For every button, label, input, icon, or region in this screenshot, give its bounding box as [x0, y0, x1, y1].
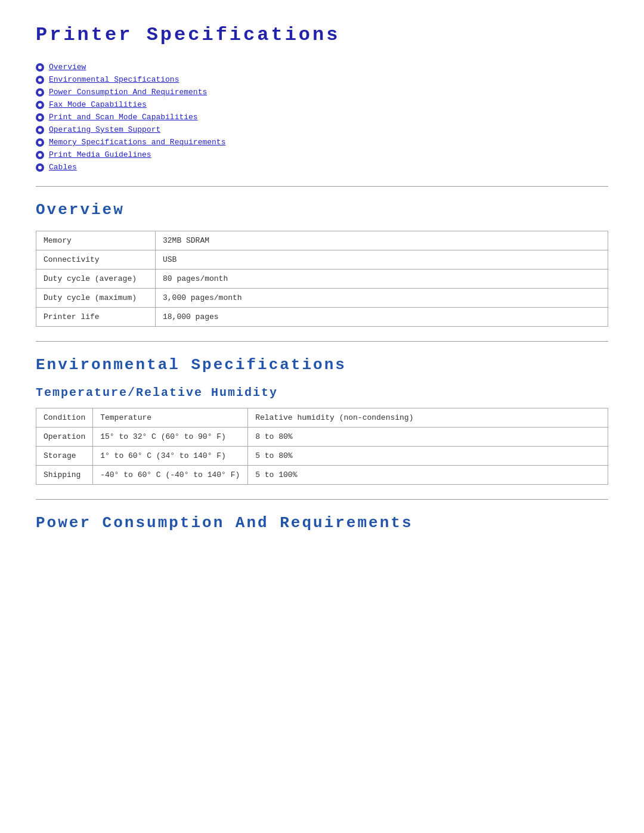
env-humidity-operation: 8 to 80%: [248, 428, 608, 447]
toc-item-fax: Fax Mode Capabilities: [36, 100, 608, 109]
toc-bullet-media: [36, 151, 44, 159]
toc-bullet-fax: [36, 101, 44, 109]
toc-link-env[interactable]: Environmental Specifications: [49, 75, 179, 84]
toc-item-cables: Cables: [36, 163, 608, 172]
spec-value-printer-life: 18,000 pages: [156, 308, 608, 327]
env-table: Condition Temperature Relative humidity …: [36, 408, 608, 485]
spec-value-duty-avg: 80 pages/month: [156, 270, 608, 289]
divider-after-overview: [36, 341, 608, 342]
col-header-temperature: Temperature: [93, 408, 248, 428]
toc-link-os[interactable]: Operating System Support: [49, 125, 160, 134]
toc-item-env: Environmental Specifications: [36, 75, 608, 84]
env-temp-storage: 1° to 60° C (34° to 140° F): [93, 447, 248, 466]
toc-bullet-os: [36, 126, 44, 134]
toc-bullet-overview: [36, 63, 44, 72]
toc-bullet-memory: [36, 138, 44, 147]
toc-item-print-scan: Print and Scan Mode Capabilities: [36, 113, 608, 122]
toc-bullet-env: [36, 76, 44, 84]
toc-bullet-print-scan: [36, 113, 44, 122]
overview-heading: Overview: [36, 201, 608, 219]
table-row-storage: Storage 1° to 60° C (34° to 140° F) 5 to…: [36, 447, 608, 466]
spec-label-connectivity: Connectivity: [36, 250, 156, 270]
env-condition-operation: Operation: [36, 428, 93, 447]
col-header-condition: Condition: [36, 408, 93, 428]
table-row: Duty cycle (maximum) 3,000 pages/month: [36, 289, 608, 308]
toc-item-power: Power Consumption And Requirements: [36, 88, 608, 97]
env-humidity-shipping: 5 to 100%: [248, 466, 608, 485]
toc-item-overview: Overview: [36, 63, 608, 72]
col-header-humidity: Relative humidity (non-condensing): [248, 408, 608, 428]
spec-label-duty-max: Duty cycle (maximum): [36, 289, 156, 308]
spec-value-memory: 32MB SDRAM: [156, 231, 608, 250]
table-row-header: Condition Temperature Relative humidity …: [36, 408, 608, 428]
toc-item-media: Print Media Guidelines: [36, 150, 608, 159]
toc-link-memory[interactable]: Memory Specifications and Requirements: [49, 138, 225, 147]
toc-bullet-cables: [36, 163, 44, 172]
table-row: Connectivity USB: [36, 250, 608, 270]
power-heading: Power Consumption And Requirements: [36, 514, 608, 532]
toc-item-os: Operating System Support: [36, 125, 608, 134]
spec-value-duty-max: 3,000 pages/month: [156, 289, 608, 308]
toc-link-cables[interactable]: Cables: [49, 163, 77, 172]
toc-list: Overview Environmental Specifications Po…: [36, 63, 608, 172]
spec-label-memory: Memory: [36, 231, 156, 250]
environmental-section: Environmental Specifications Temperature…: [36, 356, 608, 485]
env-temp-shipping: -40° to 60° C (-40° to 140° F): [93, 466, 248, 485]
divider-after-toc: [36, 186, 608, 187]
toc-link-print-scan[interactable]: Print and Scan Mode Capabilities: [49, 113, 198, 122]
divider-after-env: [36, 499, 608, 500]
toc-link-overview[interactable]: Overview: [49, 63, 86, 72]
page-title: Printer Specifications: [36, 24, 608, 46]
spec-label-duty-avg: Duty cycle (average): [36, 270, 156, 289]
env-temp-operation: 15° to 32° C (60° to 90° F): [93, 428, 248, 447]
toc-item-memory: Memory Specifications and Requirements: [36, 138, 608, 147]
env-condition-storage: Storage: [36, 447, 93, 466]
table-row-operation: Operation 15° to 32° C (60° to 90° F) 8 …: [36, 428, 608, 447]
overview-table: Memory 32MB SDRAM Connectivity USB Duty …: [36, 231, 608, 327]
spec-value-connectivity: USB: [156, 250, 608, 270]
temp-humidity-subheading: Temperature/Relative Humidity: [36, 386, 608, 400]
overview-section: Overview Memory 32MB SDRAM Connectivity …: [36, 201, 608, 327]
spec-label-printer-life: Printer life: [36, 308, 156, 327]
toc-bullet-power: [36, 88, 44, 97]
toc-link-fax[interactable]: Fax Mode Capabilities: [49, 100, 147, 109]
power-section: Power Consumption And Requirements: [36, 514, 608, 532]
env-condition-shipping: Shipping: [36, 466, 93, 485]
environmental-heading: Environmental Specifications: [36, 356, 608, 374]
env-humidity-storage: 5 to 80%: [248, 447, 608, 466]
table-row: Memory 32MB SDRAM: [36, 231, 608, 250]
table-row: Duty cycle (average) 80 pages/month: [36, 270, 608, 289]
table-row-shipping: Shipping -40° to 60° C (-40° to 140° F) …: [36, 466, 608, 485]
toc-link-media[interactable]: Print Media Guidelines: [49, 150, 151, 159]
toc-link-power[interactable]: Power Consumption And Requirements: [49, 88, 207, 97]
table-row: Printer life 18,000 pages: [36, 308, 608, 327]
